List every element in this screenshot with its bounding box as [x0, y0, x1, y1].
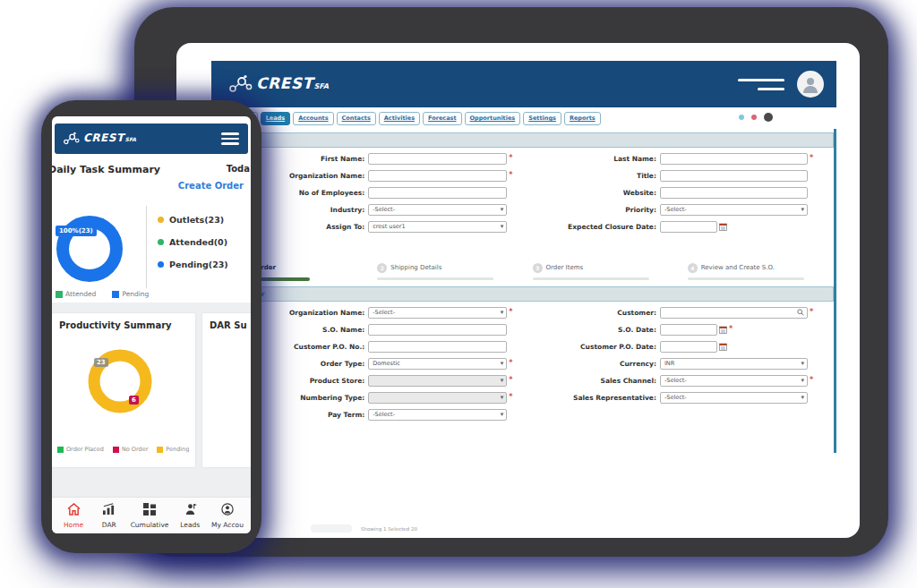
search-icon[interactable] — [797, 309, 804, 316]
select-value: INR — [664, 360, 674, 367]
field-control: INR▾ — [660, 358, 808, 370]
field-control: * — [368, 153, 512, 165]
calendar-icon[interactable] — [719, 343, 727, 351]
field-control: -Select-▾ — [368, 409, 507, 421]
calendar-icon[interactable] — [719, 223, 727, 231]
wizard-step-3[interactable]: 3Order Items — [524, 261, 679, 281]
text-input[interactable] — [368, 324, 507, 336]
search-input[interactable] — [660, 307, 808, 319]
grid-footer-text: Showing 1 Selected 20 — [361, 526, 417, 532]
dark-circle-icon[interactable] — [764, 113, 773, 122]
legend-swatch — [57, 447, 64, 453]
select-dropdown[interactable]: -Select-▾ — [368, 204, 507, 216]
field-control: ▾* — [368, 375, 512, 387]
legend-swatch — [157, 447, 163, 453]
form-row: Sales Representative:-Select-▾ — [524, 390, 835, 405]
nav-item-cumulative[interactable]: Cumulative — [131, 502, 169, 533]
tab-settings[interactable]: Settings — [523, 112, 561, 125]
field-control: crest user1▾ — [368, 221, 507, 233]
nav-item-home[interactable]: Home — [59, 502, 88, 533]
chevron-down-icon: ▾ — [501, 223, 504, 230]
step-label: Review and Create S.O. — [701, 264, 775, 271]
field-control: ▾* — [368, 392, 512, 404]
nav-item-my-accou[interactable]: My Accou — [211, 502, 244, 533]
wizard-step-head: 3Order Items — [533, 261, 679, 274]
brand-name: CREST — [256, 74, 313, 92]
brand-suffix: SFA — [125, 136, 136, 142]
field-control: -Select-▾ — [660, 392, 808, 404]
form-row: Customer P.O. Date: — [524, 339, 835, 354]
select-dropdown[interactable]: -Select-▾ — [660, 204, 808, 216]
chevron-down-icon: ▾ — [801, 377, 804, 384]
toolbar-action-icons — [739, 113, 773, 122]
hamburger-menu-icon[interactable] — [221, 132, 239, 145]
grid-icon — [143, 502, 156, 519]
required-mark: * — [810, 377, 813, 384]
wizard-step-4[interactable]: 4Review and Create S.O. — [679, 261, 834, 281]
calendar-icon[interactable] — [719, 326, 727, 334]
select-value: -Select- — [664, 394, 687, 401]
text-input[interactable] — [368, 341, 507, 353]
form-row: Last Name:* — [524, 151, 835, 166]
select-dropdown[interactable]: crest user1▾ — [368, 221, 507, 233]
create-order-link[interactable]: Create Order — [178, 181, 244, 191]
chevron-down-icon: ▾ — [501, 411, 504, 418]
red-dot-icon[interactable] — [751, 115, 757, 120]
text-input[interactable] — [368, 153, 507, 165]
tab-accounts[interactable]: Accounts — [293, 112, 333, 125]
field-control: * — [660, 307, 813, 319]
brand-suffix: SFA — [314, 82, 330, 90]
date-input[interactable] — [660, 341, 717, 353]
field-label: Last Name: — [524, 155, 660, 163]
tab-leads[interactable]: Leads — [261, 112, 290, 125]
select-dropdown[interactable]: -Select-▾ — [660, 392, 808, 404]
field-control: * — [368, 170, 512, 182]
select-dropdown[interactable]: -Select-▾ — [660, 375, 808, 387]
nav-label: My Accou — [211, 521, 244, 529]
blue-dot-icon[interactable] — [739, 115, 744, 120]
text-input[interactable] — [660, 170, 808, 182]
date-input[interactable] — [660, 221, 717, 233]
text-input[interactable] — [368, 170, 507, 182]
network-logo-icon — [64, 132, 80, 146]
form-row: Expected Closure Date: — [524, 219, 835, 234]
nav-item-dar[interactable]: DAR — [95, 502, 124, 533]
text-input[interactable] — [368, 187, 507, 199]
field-control — [660, 221, 727, 233]
tab-forecast[interactable]: Forecast — [423, 112, 461, 125]
tab-contacts[interactable]: Contacts — [337, 112, 376, 125]
donut-label-no-order: 6 — [129, 396, 139, 405]
pagination-control[interactable] — [311, 524, 352, 533]
nav-item-leads[interactable]: Leads — [176, 502, 204, 533]
legend-label: Order Placed — [66, 446, 104, 453]
menu-lines-icon[interactable] — [738, 79, 784, 90]
select-dropdown[interactable]: Domestic▾ — [368, 358, 507, 370]
select-value: crest user1 — [373, 223, 405, 230]
required-mark: * — [509, 360, 512, 367]
text-input[interactable] — [660, 153, 808, 165]
wizard-step-2[interactable]: 2Shipping Details — [368, 261, 523, 281]
required-mark: * — [729, 326, 733, 333]
select-value: -Select- — [664, 206, 687, 213]
form-row: Website: — [524, 185, 835, 200]
text-input[interactable] — [660, 187, 808, 199]
form-row: S.O. Date:* — [524, 322, 835, 337]
legend-label: Pending — [122, 290, 149, 298]
select-value: Domestic — [373, 360, 400, 367]
user-avatar[interactable] — [797, 71, 824, 98]
select-dropdown[interactable]: INR▾ — [660, 358, 808, 370]
legend-label: Attended(0) — [169, 237, 227, 247]
field-label: Expected Closure Date: — [524, 223, 660, 231]
daily-task-donut-chart[interactable] — [54, 213, 125, 285]
tab-opportunities[interactable]: Opportunities — [465, 112, 521, 125]
date-input[interactable] — [660, 324, 717, 336]
tab-reports[interactable]: Reports — [564, 112, 601, 125]
nav-label: Home — [64, 521, 83, 529]
select-value: -Select- — [664, 377, 687, 384]
step-label: Order Items — [546, 264, 584, 271]
select-dropdown[interactable]: -Select-▾ — [368, 307, 507, 319]
required-mark: * — [509, 309, 512, 316]
productivity-legend: Order PlacedNo OrderPending — [57, 446, 189, 453]
select-dropdown[interactable]: -Select-▾ — [368, 409, 507, 421]
tab-activities[interactable]: Activities — [379, 112, 420, 125]
